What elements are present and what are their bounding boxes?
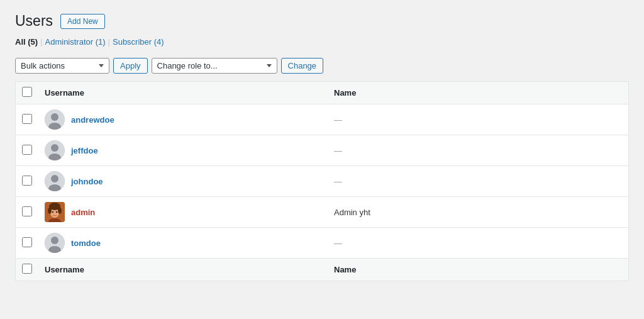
header-name: Name <box>328 82 629 104</box>
header-checkbox-cell <box>16 82 39 104</box>
table-row: tomdoe— <box>16 228 629 259</box>
table-footer-row: Username Name <box>16 259 629 281</box>
row-name-cell: — <box>328 166 629 197</box>
row-name-cell: Admin yht <box>328 197 629 228</box>
filter-link-all(5)[interactable]: All (5) <box>15 37 38 47</box>
page-title: Users <box>15 13 53 30</box>
select-all-footer-checkbox[interactable] <box>22 264 32 274</box>
username-link[interactable]: admin <box>71 208 95 217</box>
table-header-row: Username Name <box>16 82 629 104</box>
row-checkbox[interactable] <box>22 114 32 124</box>
svg-point-13 <box>48 208 52 214</box>
filter-links: All (5)|Administrator (1)|Subscriber (4) <box>15 37 629 47</box>
row-username-cell: johndoe <box>38 166 328 197</box>
row-username-cell: admin <box>38 197 328 228</box>
name-dash: — <box>334 238 342 248</box>
svg-point-7 <box>51 175 58 182</box>
table-row: adminAdmin yht <box>16 197 629 228</box>
svg-point-4 <box>51 144 58 152</box>
row-name-cell: — <box>328 228 629 259</box>
avatar <box>45 233 65 253</box>
footer-name: Name <box>328 259 629 281</box>
row-checkbox[interactable] <box>22 237 32 247</box>
toolbar: Bulk actionsDelete Apply Change role to.… <box>15 53 629 79</box>
name-dash: — <box>334 177 342 186</box>
svg-point-1 <box>51 113 58 121</box>
table-row: jeffdoe— <box>16 135 629 166</box>
row-username-cell: jeffdoe <box>38 135 328 166</box>
table-row: andrewdoe— <box>16 104 629 135</box>
change-role-select[interactable]: Change role to...AdministratorEditorAuth… <box>152 58 277 74</box>
avatar <box>45 171 65 191</box>
page-header: Users Add New <box>15 13 629 30</box>
username-link[interactable]: tomdoe <box>71 238 101 248</box>
row-checkbox-cell <box>16 104 39 135</box>
row-username-cell: tomdoe <box>38 228 328 259</box>
table-row: johndoe— <box>16 166 629 197</box>
name-dash: — <box>334 115 342 125</box>
svg-point-15 <box>52 211 53 213</box>
row-checkbox[interactable] <box>22 145 32 155</box>
select-all-checkbox[interactable] <box>22 87 32 97</box>
footer-checkbox-cell <box>16 259 39 281</box>
row-checkbox-cell <box>16 135 39 166</box>
username-link[interactable]: jeffdoe <box>71 146 98 155</box>
svg-point-16 <box>56 211 57 213</box>
admin-avatar-image <box>45 202 65 222</box>
users-table: Username Name andrewdoe— jeffdoe— johndo… <box>15 81 629 281</box>
row-checkbox-cell <box>16 228 39 259</box>
svg-point-19 <box>51 237 58 244</box>
change-button[interactable]: Change <box>281 58 324 74</box>
row-name-cell: — <box>328 135 629 166</box>
avatar <box>45 202 65 222</box>
apply-button[interactable]: Apply <box>113 58 148 74</box>
bulk-actions-select[interactable]: Bulk actionsDelete <box>15 58 109 74</box>
row-name-cell: — <box>328 104 629 135</box>
row-username-cell: andrewdoe <box>38 104 328 135</box>
username-link[interactable]: andrewdoe <box>71 115 114 125</box>
header-username: Username <box>38 82 328 104</box>
filter-link-subscriber(4)[interactable]: Subscriber (4) <box>113 37 164 47</box>
row-checkbox-cell <box>16 166 39 197</box>
row-checkbox[interactable] <box>22 176 32 186</box>
add-new-button[interactable]: Add New <box>60 14 105 29</box>
svg-point-14 <box>58 208 62 214</box>
table-body: andrewdoe— jeffdoe— johndoe— <box>16 104 629 259</box>
footer-username: Username <box>38 259 328 281</box>
row-checkbox-cell <box>16 197 39 228</box>
row-checkbox[interactable] <box>22 206 32 216</box>
filter-link-administrator(1)[interactable]: Administrator (1) <box>45 37 106 47</box>
avatar <box>45 109 65 130</box>
avatar <box>45 140 65 160</box>
name-dash: — <box>334 146 342 155</box>
username-link[interactable]: johndoe <box>71 177 103 186</box>
